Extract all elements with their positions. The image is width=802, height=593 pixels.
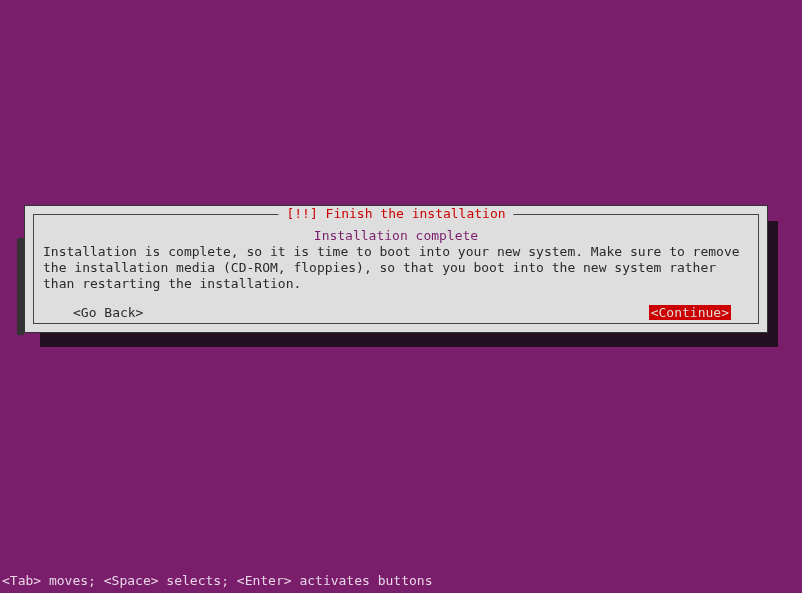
dialog-body-text: Installation is complete, so it is time … bbox=[43, 244, 749, 292]
dialog-subtitle: Installation complete bbox=[25, 228, 767, 243]
side-accent bbox=[17, 238, 24, 335]
footer-help-text: <Tab> moves; <Space> selects; <Enter> ac… bbox=[2, 573, 432, 588]
installer-dialog: [!!] Finish the installation Installatio… bbox=[24, 205, 768, 333]
dialog-title: [!!] Finish the installation bbox=[278, 206, 513, 221]
continue-button[interactable]: <Continue> bbox=[649, 305, 731, 320]
button-row: <Go Back> <Continue> bbox=[73, 305, 731, 320]
go-back-button[interactable]: <Go Back> bbox=[73, 305, 143, 320]
